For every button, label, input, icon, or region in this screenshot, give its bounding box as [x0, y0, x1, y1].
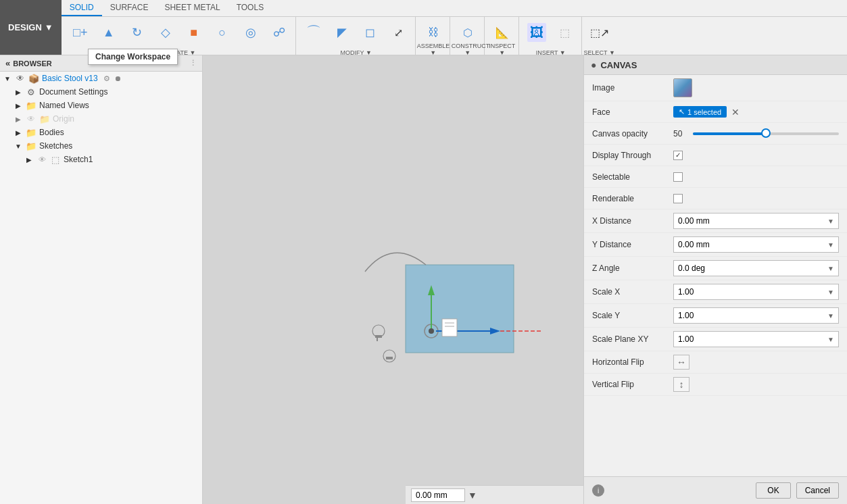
- thread-button[interactable]: ☍: [266, 15, 293, 50]
- scale-y-arrow[interactable]: ▼: [827, 312, 834, 320]
- y-distance-value: 0.00 mm ▼: [673, 236, 839, 253]
- tab-surface[interactable]: SURFACE: [102, 0, 157, 16]
- tab-tools[interactable]: TOOLS: [228, 0, 272, 16]
- sketch1-eye-icon[interactable]: 👁: [37, 154, 47, 165]
- tab-sheet-metal[interactable]: SHEET METAL: [156, 0, 228, 16]
- box-button[interactable]: ■: [180, 15, 208, 50]
- browser-collapse-icon[interactable]: «: [5, 58, 10, 68]
- canvas-panel-title: CANVAS: [600, 60, 637, 70]
- browser-item-origin[interactable]: ▶ 👁 📁 Origin: [0, 112, 202, 126]
- hole-button[interactable]: ◎: [237, 15, 264, 50]
- anchor-dot: [429, 328, 434, 334]
- new-component-icon: □+: [71, 23, 90, 42]
- left-anchor-base: [375, 335, 382, 338]
- x-distance-dropdown[interactable]: 0.00 mm ▼: [673, 213, 839, 229]
- tab-group: SOLID SURFACE SHEET METAL TOOLS □+ ▲ ↻ ◇: [62, 0, 847, 55]
- sketches-expand[interactable]: ▼: [14, 141, 23, 151]
- opacity-value: 50: [673, 129, 839, 138]
- z-angle-dropdown[interactable]: 0.0 deg ▼: [673, 260, 839, 276]
- design-button[interactable]: DESIGN ▼: [0, 0, 62, 55]
- select-button[interactable]: ⬚↗: [586, 15, 613, 50]
- distance-input[interactable]: 0.00 mm: [411, 488, 465, 502]
- insert-decal-icon: ⬚: [556, 23, 575, 42]
- panel-row-image: Image: [584, 75, 847, 101]
- insert-canvas-button[interactable]: 🖼: [523, 15, 550, 50]
- scale-x-dropdown[interactable]: 1.00 ▼: [673, 284, 839, 300]
- revolve-button[interactable]: ↻: [124, 15, 151, 50]
- loft-button[interactable]: ◇: [152, 15, 179, 50]
- z-angle-value: 0.0 deg ▼: [673, 260, 839, 276]
- scale-plane-xy-value: 1.00 ▼: [673, 331, 839, 347]
- browser-item-root[interactable]: ▼ 👁 📦 Basic Stool v13 ⚙ ⏺: [0, 72, 202, 85]
- scale-button[interactable]: ⤢: [385, 15, 412, 50]
- browser-item-named-views[interactable]: ▶ 📁 Named Views: [0, 99, 202, 112]
- selectable-checkbox[interactable]: [673, 172, 683, 182]
- canvas-image-rect: [406, 265, 514, 353]
- y-distance-dropdown[interactable]: 0.00 mm ▼: [673, 236, 839, 253]
- canvas-minimize-icon[interactable]: ●: [591, 59, 596, 70]
- panel-row-x-distance: X Distance 0.00 mm ▼: [584, 209, 847, 233]
- horizontal-flip-button[interactable]: ↔: [673, 355, 689, 370]
- y-distance-arrow[interactable]: ▼: [827, 241, 834, 249]
- scale-plane-xy-dropdown[interactable]: 1.00 ▼: [673, 331, 839, 347]
- vertical-flip-button[interactable]: ↕: [673, 377, 689, 392]
- info-icon[interactable]: i: [592, 484, 604, 497]
- display-through-checkbox[interactable]: [673, 151, 683, 160]
- panel-row-vertical-flip: Vertical Flip ↕: [584, 374, 847, 396]
- root-record-icon[interactable]: ⏺: [114, 74, 122, 82]
- toolbar-tools: □+ ▲ ↻ ◇ ■ ○ ◎: [62, 17, 847, 57]
- browser-item-doc-settings[interactable]: ▶ ⚙ Document Settings: [0, 85, 202, 99]
- horizontal-flip-icon: ↔: [677, 357, 686, 368]
- root-settings-icon[interactable]: ⚙: [103, 74, 110, 83]
- chamfer-button[interactable]: ◤: [329, 15, 356, 50]
- x-distance-arrow[interactable]: ▼: [827, 218, 834, 225]
- scale-x-value: 1.00 ▼: [673, 284, 839, 300]
- design-dropdown-arrow: ▼: [45, 22, 53, 32]
- browser-item-bodies[interactable]: ▶ 📁 Bodies: [0, 126, 202, 139]
- shell-button[interactable]: ◻: [357, 15, 384, 50]
- renderable-checkbox[interactable]: [673, 194, 683, 203]
- root-eye-icon[interactable]: 👁: [15, 73, 26, 84]
- extrude-icon: ▲: [99, 23, 118, 42]
- scale-plane-xy-arrow[interactable]: ▼: [827, 336, 834, 343]
- browser-item-sketch1[interactable]: ▶ 👁 ⬚ Sketch1: [0, 153, 202, 166]
- vertical-flip-value: ↕: [673, 377, 839, 392]
- scale-x-arrow[interactable]: ▼: [827, 288, 834, 296]
- opacity-slider-thumb[interactable]: [761, 128, 771, 138]
- panel-row-z-angle: Z Angle 0.0 deg ▼: [584, 257, 847, 280]
- inspect-section-label: INSPECT ▼: [486, 43, 518, 56]
- cylinder-button[interactable]: ○: [209, 15, 236, 50]
- scale-y-dropdown[interactable]: 1.00 ▼: [673, 307, 839, 324]
- bodies-folder-icon: 📁: [26, 127, 37, 138]
- select-icon: ⬚↗: [590, 23, 609, 42]
- left-anchor-post: [377, 336, 378, 341]
- face-clear-button[interactable]: ✕: [729, 106, 742, 118]
- origin-expand[interactable]: ▶: [14, 114, 23, 124]
- bodies-expand[interactable]: ▶: [14, 128, 23, 137]
- panel-row-display-through: Display Through: [584, 145, 847, 166]
- image-thumbnail[interactable]: [673, 78, 692, 97]
- measure-icon: 📐: [493, 23, 512, 42]
- new-component-button[interactable]: □+: [67, 15, 94, 50]
- bottom-distance-bar: 0.00 mm ▼: [406, 485, 583, 504]
- face-selected-badge[interactable]: ↖ 1 selected: [673, 106, 727, 118]
- doc-settings-expand[interactable]: ▶: [14, 87, 23, 97]
- fillet-button[interactable]: ⌒: [300, 15, 327, 50]
- cancel-button[interactable]: Cancel: [796, 482, 839, 499]
- browser-item-sketches[interactable]: ▼ 📁 Sketches: [0, 139, 202, 153]
- named-views-expand[interactable]: ▶: [14, 101, 23, 110]
- sketches-folder-icon: 📁: [26, 141, 37, 151]
- scale-x-label: Scale X: [592, 287, 673, 297]
- root-expand-arrow[interactable]: ▼: [3, 74, 12, 83]
- doc-settings-label: Document Settings: [39, 87, 107, 97]
- extrude-button[interactable]: ▲: [95, 15, 122, 50]
- root-folder-icon: 📦: [28, 73, 39, 84]
- origin-eye-icon[interactable]: 👁: [26, 114, 37, 124]
- insert-decal-button[interactable]: ⬚: [552, 15, 579, 50]
- sketch1-expand[interactable]: ▶: [24, 155, 34, 164]
- ok-button[interactable]: OK: [756, 482, 790, 499]
- distance-dropdown-arrow[interactable]: ▼: [468, 490, 477, 501]
- tab-solid[interactable]: SOLID: [62, 0, 102, 16]
- chamfer-icon: ◤: [333, 23, 352, 42]
- z-angle-arrow[interactable]: ▼: [827, 265, 834, 272]
